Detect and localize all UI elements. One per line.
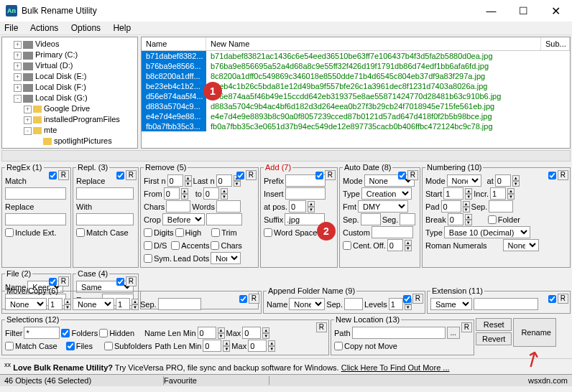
- num-sep[interactable]: [489, 200, 513, 213]
- spin[interactable]: ▲▼: [465, 188, 472, 200]
- file-enable[interactable]: [49, 278, 57, 286]
- spin[interactable]: ▲▼: [308, 201, 315, 213]
- spin[interactable]: ▲▼: [223, 340, 230, 352]
- cb-folders[interactable]: [61, 329, 70, 337]
- mc-sep[interactable]: [158, 298, 201, 310]
- repl-r[interactable]: R: [126, 170, 137, 180]
- spin[interactable]: ▲▼: [465, 214, 472, 225]
- tree-item[interactable]: +Videos: [4, 39, 136, 50]
- remove-to[interactable]: [203, 187, 219, 200]
- file-list[interactable]: Name New Name Sub... b71dabef8382...b71d…: [141, 37, 571, 149]
- spin[interactable]: ▲▼: [405, 240, 412, 251]
- menu-options[interactable]: Options: [71, 23, 101, 33]
- mc-n2[interactable]: [116, 298, 130, 310]
- repl-enable[interactable]: [116, 172, 124, 179]
- remove-lastn[interactable]: [216, 174, 232, 187]
- cb-trim[interactable]: [211, 228, 220, 237]
- regex-r[interactable]: R: [58, 170, 69, 180]
- tree-item[interactable]: +installedProgramFiles: [4, 114, 136, 125]
- mc-n1[interactable]: [48, 298, 63, 310]
- remove-r[interactable]: R: [246, 170, 257, 180]
- case-enable[interactable]: [116, 278, 124, 286]
- autodate-sep[interactable]: [361, 213, 381, 225]
- cb-copy-not-move[interactable]: [334, 342, 343, 350]
- num-start[interactable]: [443, 187, 463, 200]
- sel-max1[interactable]: [242, 327, 261, 339]
- remove-enable[interactable]: [236, 172, 244, 179]
- add-r[interactable]: R: [325, 170, 336, 180]
- ap-name[interactable]: None: [289, 298, 325, 310]
- remove-firstn[interactable]: [167, 174, 183, 187]
- num-type[interactable]: Base 10 (Decimal): [444, 226, 530, 238]
- revert-button[interactable]: Revert: [476, 332, 512, 345]
- hscroll[interactable]: [1, 150, 571, 162]
- cb-hidden[interactable]: [99, 329, 108, 337]
- add-insert[interactable]: [285, 187, 326, 200]
- cb-ds[interactable]: [144, 241, 152, 250]
- num-pad[interactable]: [441, 200, 461, 213]
- tree-item[interactable]: +Local Disk (E:): [4, 71, 136, 82]
- rename-button[interactable]: Rename: [513, 318, 556, 347]
- sel-max2[interactable]: [248, 340, 267, 352]
- spin[interactable]: ▲▼: [463, 201, 470, 213]
- browse-button[interactable]: ...: [447, 327, 460, 339]
- autodate-off[interactable]: [387, 239, 403, 251]
- mc-sel1[interactable]: None: [5, 298, 47, 310]
- ext-input[interactable]: [474, 298, 538, 310]
- col-sub[interactable]: Sub...: [541, 37, 570, 50]
- menu-actions[interactable]: Actions: [30, 23, 58, 33]
- spin[interactable]: ▲▼: [64, 299, 71, 310]
- sel-plm[interactable]: [203, 340, 221, 352]
- file-row[interactable]: e4e7d4e9e88...e4e7d4e9e8893b8c90a0f80572…: [142, 111, 570, 121]
- num-break[interactable]: [448, 213, 463, 225]
- remove-crop-text[interactable]: [206, 213, 242, 225]
- add-enable[interactable]: [315, 172, 323, 179]
- sel-filter[interactable]: [24, 327, 60, 339]
- nl-r[interactable]: R: [461, 322, 472, 332]
- ext-enable[interactable]: [548, 295, 556, 303]
- spin[interactable]: ▲▼: [221, 188, 228, 200]
- autodate-custom[interactable]: [372, 226, 413, 238]
- regex-enable[interactable]: [49, 172, 57, 179]
- sel-nlm[interactable]: [198, 327, 216, 339]
- footer-link[interactable]: Click Here To Find Out More ...: [341, 363, 450, 372]
- cb-folder[interactable]: [488, 215, 497, 224]
- ap-levels[interactable]: [389, 298, 403, 310]
- append-enable[interactable]: [403, 295, 411, 303]
- movecopy-enable[interactable]: [239, 295, 247, 303]
- remove-crop[interactable]: Before: [162, 213, 205, 225]
- num-at[interactable]: [495, 174, 511, 187]
- autodate-seg[interactable]: [400, 213, 415, 225]
- cb-files[interactable]: [66, 342, 75, 350]
- file-row[interactable]: b8c8200a1dff...8c8200a1dff0c549869c34601…: [142, 71, 570, 81]
- tree-item[interactable]: +Local Disk (F:): [4, 82, 136, 93]
- cb-accents[interactable]: [171, 241, 180, 250]
- num-roman[interactable]: None: [503, 239, 539, 251]
- regex-match-input[interactable]: [5, 187, 66, 200]
- tree-item[interactable]: +Google Drive: [4, 103, 136, 114]
- col-name[interactable]: Name: [142, 37, 206, 50]
- folder-tree[interactable]: +Videos+Primary (C:)+Virtual (D:)+Local …: [1, 37, 138, 149]
- file-row[interactable]: b71dabef8382...b71dabef83821ac1436c6e54e…: [142, 51, 570, 61]
- spin[interactable]: ▲▼: [218, 327, 225, 339]
- cb-high[interactable]: [175, 228, 184, 237]
- cb-sym[interactable]: [144, 254, 152, 263]
- tree-item[interactable]: +Primary (C:): [4, 50, 136, 60]
- spin[interactable]: ▲▼: [132, 299, 139, 310]
- remove-from[interactable]: [164, 187, 180, 200]
- movecopy-r[interactable]: R: [249, 294, 259, 304]
- tree-item[interactable]: +Virtual (D:): [4, 60, 136, 71]
- close-button[interactable]: ✕: [540, 0, 572, 22]
- spin[interactable]: ▲▼: [268, 340, 275, 352]
- file-row[interactable]: d883a5704c9...d883a5704c9b4ac4bf6d182d3d…: [142, 101, 570, 111]
- autodate-type[interactable]: Creation (Cur: [361, 187, 412, 200]
- numbering-r[interactable]: R: [558, 170, 568, 180]
- spin[interactable]: ▲▼: [185, 175, 192, 187]
- autodate-enable[interactable]: [398, 172, 406, 179]
- autodate-r[interactable]: R: [407, 170, 418, 180]
- spin[interactable]: ▲▼: [262, 327, 269, 339]
- reset-button[interactable]: Reset: [476, 318, 512, 331]
- tree-item[interactable]: -Local Disk (G:): [4, 93, 136, 103]
- spin[interactable]: ▲▼: [512, 175, 520, 187]
- spin[interactable]: ▲▼: [181, 188, 188, 200]
